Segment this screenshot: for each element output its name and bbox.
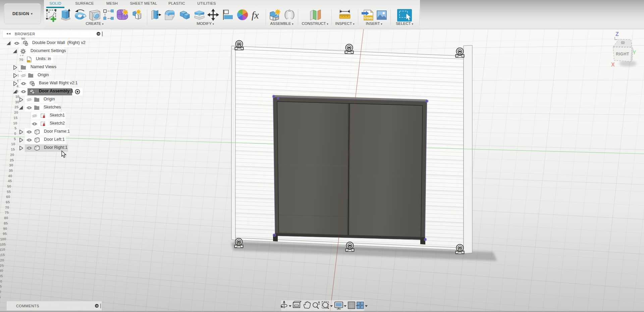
svg-text:95: 95 xyxy=(3,231,7,236)
svg-text:70: 70 xyxy=(5,205,9,210)
svg-text:RIGHT: RIGHT xyxy=(616,52,629,56)
svg-text:90: 90 xyxy=(3,226,7,231)
svg-text:85: 85 xyxy=(4,221,8,225)
svg-text:60: 60 xyxy=(6,194,10,199)
svg-text:75: 75 xyxy=(5,210,9,215)
svg-text:80: 80 xyxy=(4,216,8,220)
svg-text:45: 45 xyxy=(8,179,12,183)
svg-text:SVG: SVG xyxy=(367,16,373,20)
svg-text:140: 140 xyxy=(0,279,2,283)
svg-text:30: 30 xyxy=(9,163,13,167)
svg-text:50: 50 xyxy=(7,184,11,188)
svg-text:55: 55 xyxy=(7,189,11,194)
svg-text:100: 100 xyxy=(0,237,6,241)
svg-text:X: X xyxy=(611,62,615,68)
svg-text:120: 120 xyxy=(0,258,4,262)
svg-text:fx: fx xyxy=(252,9,259,20)
svg-text:40: 40 xyxy=(8,174,12,178)
svg-text:105: 105 xyxy=(0,242,6,247)
svg-text:130: 130 xyxy=(0,268,3,273)
svg-text:Y: Y xyxy=(633,50,636,55)
svg-text:145: 145 xyxy=(0,284,2,288)
svg-text:135: 135 xyxy=(0,274,3,278)
svg-text:65: 65 xyxy=(6,200,10,204)
svg-text:110: 110 xyxy=(0,247,5,252)
svg-text:Z: Z xyxy=(615,31,619,37)
svg-text:35: 35 xyxy=(9,168,13,173)
svg-text:115: 115 xyxy=(0,253,5,257)
svg-text:125: 125 xyxy=(0,263,4,268)
svg-text:150: 150 xyxy=(0,289,1,294)
